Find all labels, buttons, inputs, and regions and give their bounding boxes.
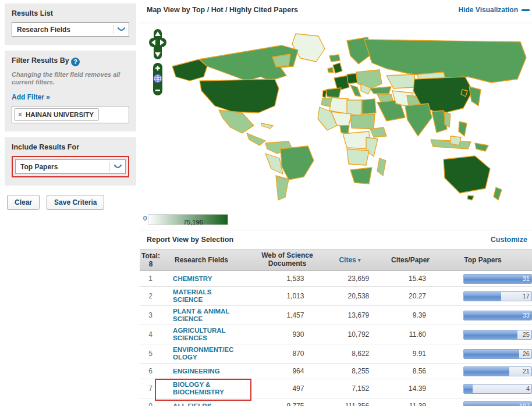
- filter-tag-hainan-university[interactable]: × HAINAN UNIVERSITY: [14, 108, 99, 121]
- hide-visualization-link[interactable]: Hide Visualization: [459, 6, 530, 14]
- row-cites: 8,622: [317, 350, 374, 358]
- row-cites-per-paper: 20.27: [374, 292, 435, 300]
- filter-results-heading: Filter Results By ?: [12, 56, 129, 66]
- row-cites: 20,538: [317, 292, 374, 300]
- research-field-link[interactable]: ENVIRONMENT/ECOLOGY: [173, 346, 236, 361]
- column-research-fields: Research Fields: [162, 256, 254, 264]
- top-papers-value: 21: [523, 368, 530, 375]
- row-cites-per-paper: 11.60: [374, 330, 435, 339]
- row-docs: 497: [251, 384, 317, 393]
- row-cites: 8,255: [317, 367, 374, 375]
- top-papers-value: 4: [526, 385, 530, 392]
- top-papers-value: 17: [523, 293, 530, 300]
- row-cites-per-paper: 8.56: [374, 367, 435, 375]
- top-papers-bar: 31: [463, 274, 532, 284]
- row-docs: 1,457: [251, 311, 317, 319]
- row-cites: 7,152: [317, 384, 374, 393]
- table-row: 1 CHEMISTRY 1,533 23,659 15.43 31: [140, 271, 532, 287]
- research-field-link[interactable]: CHEMISTRY: [173, 275, 236, 283]
- save-criteria-button[interactable]: Save Criteria: [47, 195, 104, 210]
- top-papers-bar-fill: [464, 311, 531, 320]
- row-cites-per-paper: 11.39: [374, 402, 435, 406]
- column-cites-per-paper: Cites/Paper: [379, 256, 442, 264]
- column-cites-sort[interactable]: Cites ▾: [321, 256, 379, 264]
- row-rank: 6: [140, 367, 161, 375]
- results-list-dropdown[interactable]: Research Fields: [12, 22, 129, 37]
- row-cites: 10,792: [317, 330, 374, 339]
- map-title: Map View by Top / Hot / Highly Cited Pap…: [147, 6, 298, 14]
- customize-link[interactable]: Customize: [491, 236, 527, 244]
- table-body: 1 CHEMISTRY 1,533 23,659 15.43 31 2 MATE…: [140, 271, 532, 406]
- top-papers-value: 26: [523, 350, 530, 357]
- minus-icon: [522, 9, 530, 11]
- row-rank: 1: [140, 275, 161, 283]
- legend-gradient-bar: 75,196: [148, 214, 228, 225]
- table-row: 4 AGRICULTURAL SCIENCES 930 10,792 11.60…: [140, 325, 532, 344]
- row-cites-per-paper: 9.39: [374, 311, 435, 319]
- column-top-papers: Top Papers: [442, 256, 532, 264]
- map-header: Map View by Top / Hot / Highly Cited Pap…: [140, 0, 532, 23]
- filter-note: Changing the filter field removes all cu…: [12, 71, 129, 87]
- row-docs: 964: [251, 367, 317, 375]
- row-cites-per-paper: 9.91: [374, 350, 435, 358]
- row-rank: 2: [140, 292, 161, 300]
- add-filter-link[interactable]: Add Filter »: [12, 93, 50, 101]
- include-results-highlight: Top Papers: [12, 156, 129, 177]
- table-row: 7 BIOLOGY & BIOCHEMISTRY 497 7,152 14.39…: [140, 379, 532, 398]
- sidebar-buttons: Clear Save Criteria: [5, 191, 136, 213]
- include-results-heading: Include Results For: [12, 143, 129, 151]
- row-cites-per-paper: 15.43: [374, 275, 435, 283]
- row-docs: 1,533: [251, 275, 317, 283]
- research-field-link[interactable]: ALL FIELDS: [173, 403, 236, 406]
- top-papers-value: 25: [523, 331, 530, 338]
- legend-max-label: 75,196: [183, 219, 203, 226]
- top-papers-bar-fill: [464, 292, 501, 301]
- row-rank: 3: [140, 311, 161, 319]
- top-papers-value: 33: [523, 312, 530, 319]
- row-docs: 870: [251, 350, 317, 358]
- row-rank: 5: [140, 350, 161, 358]
- row-rank: 7: [140, 384, 161, 393]
- top-papers-bar: 25: [463, 330, 532, 340]
- research-field-link[interactable]: AGRICULTURAL SCIENCES: [173, 327, 236, 342]
- world-map[interactable]: [140, 23, 532, 211]
- clear-button[interactable]: Clear: [7, 195, 40, 210]
- top-papers-bar-fill: [464, 350, 519, 358]
- report-title: Report View by Selection: [147, 236, 233, 244]
- hide-visualization-label: Hide Visualization: [459, 6, 518, 14]
- row-docs: 1,013: [251, 292, 317, 300]
- map-controls: [149, 28, 166, 99]
- research-field-link[interactable]: ENGINEERING: [173, 368, 236, 375]
- research-field-link[interactable]: PLANT & ANIMAL SCIENCE: [173, 308, 236, 323]
- row-rank: 4: [140, 330, 161, 339]
- filter-tag-label: HAINAN UNIVERSITY: [26, 111, 94, 118]
- row-docs: 9,775: [251, 402, 317, 406]
- include-results-selected: Top Papers: [20, 163, 58, 171]
- chevron-down-icon: [109, 162, 122, 172]
- research-field-link[interactable]: MATERIALS SCIENCE: [173, 289, 236, 304]
- filters-sidebar: Results List Research Fields Filter Resu…: [5, 3, 136, 213]
- table-row: 2 MATERIALS SCIENCE 1,013 20,538 20.27 1…: [140, 287, 532, 306]
- close-icon[interactable]: ×: [18, 111, 22, 119]
- table-row: 5 ENVIRONMENT/ECOLOGY 870 8,622 9.91 26: [140, 344, 532, 364]
- sort-arrow-icon: ▾: [358, 257, 361, 263]
- map-legend: 0 75,196: [140, 211, 532, 230]
- top-papers-bar: 4: [463, 384, 532, 394]
- top-papers-bar: 21: [463, 366, 532, 376]
- column-wos-documents: Web of Science Documents: [254, 252, 321, 268]
- include-results-dropdown[interactable]: Top Papers: [15, 159, 126, 174]
- legend-min-label: 0: [143, 215, 147, 222]
- active-filters-box: × HAINAN UNIVERSITY: [12, 106, 129, 123]
- choropleth-map: [143, 24, 529, 209]
- report-header: Report View by Selection Customize: [140, 230, 532, 249]
- top-papers-value: 31: [523, 275, 530, 282]
- research-field-link[interactable]: BIOLOGY & BIOCHEMISTRY: [173, 381, 236, 396]
- help-icon[interactable]: ?: [71, 58, 80, 66]
- row-rank: 0: [140, 402, 161, 406]
- row-cites-per-paper: 14.39: [374, 384, 435, 393]
- row-cites: 13,679: [317, 311, 374, 319]
- results-list-selected: Research Fields: [17, 26, 70, 34]
- top-papers-value: 197: [519, 403, 530, 406]
- top-papers-bar-fill: [464, 330, 517, 339]
- results-list-section: Results List Research Fields: [5, 3, 136, 45]
